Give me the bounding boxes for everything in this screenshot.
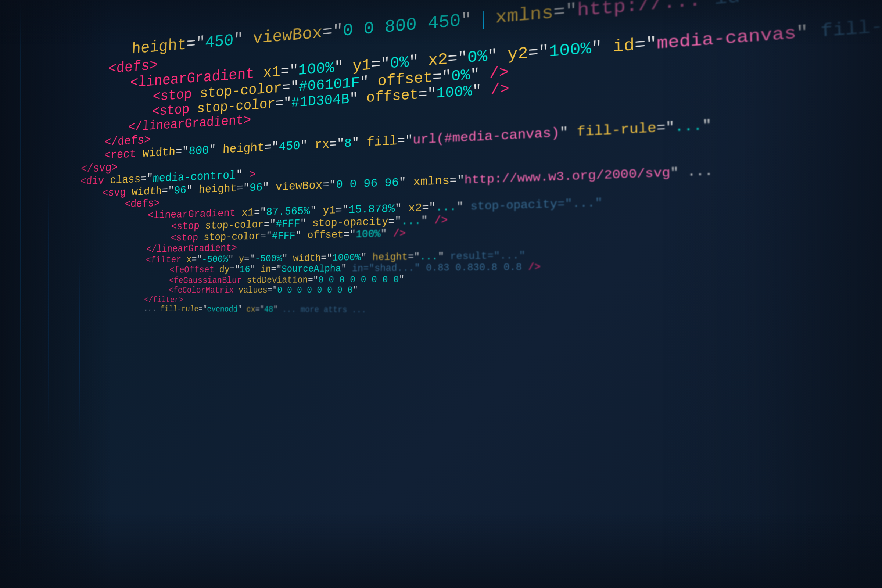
- cursor: [483, 11, 484, 29]
- gutter-line-2: [48, 184, 48, 441]
- gutter-line-1: [20, 0, 21, 588]
- gutter-line-3: [79, 257, 80, 441]
- code-line: <feColorMatrix values="0 0 0 0 0 0 0 0": [75, 285, 882, 295]
- code-container: height="450" viewBox="0 0 800 450" xmlns…: [44, 0, 882, 588]
- code-editor-screen: height="450" viewBox="0 0 800 450" xmlns…: [0, 0, 882, 588]
- code-line: ... fill-rule="evenodd" cx="48" ... more…: [74, 305, 882, 318]
